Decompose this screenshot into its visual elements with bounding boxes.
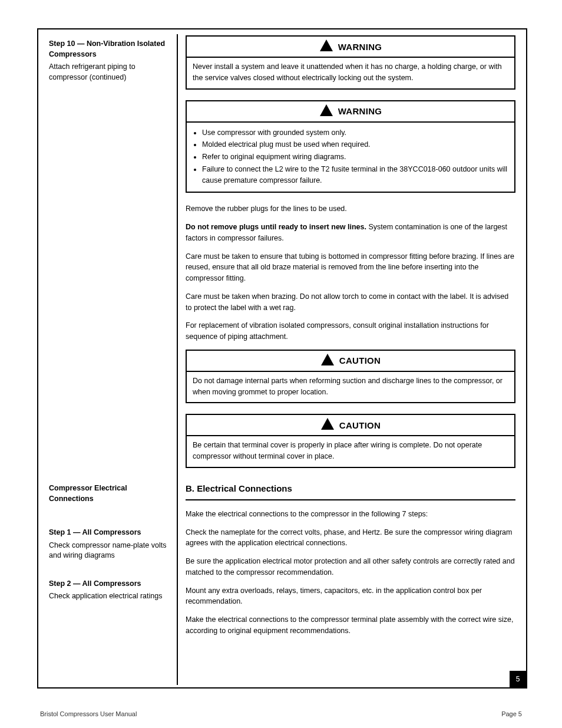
body-b2c: Make the electrical connections to the c… (186, 614, 515, 637)
body-p1: Remove the rubber plugs for the lines to… (186, 203, 515, 215)
svg-marker-0 (320, 39, 333, 51)
body-p5: For replacement of vibration isolated co… (186, 320, 515, 342)
column-divider (177, 34, 178, 685)
left-section-b-header: Compressor Electrical Connections (49, 483, 168, 504)
body-b1: Check the nameplate for the correct volt… (186, 527, 515, 549)
warning-triangle-icon (320, 417, 335, 433)
left-b1-action: Check compressor name-plate volts and wi… (49, 541, 168, 561)
warning-box-1: WARNING Never install a system and leave… (186, 35, 515, 90)
warning-2-title: WARNING (338, 106, 382, 116)
body-p2: Do not remove plugs until ready to inser… (186, 222, 515, 244)
body-p4: Care must be taken when brazing. Do not … (186, 291, 515, 314)
warning-1-body: Never install a system and leave it unat… (187, 58, 514, 88)
warning-triangle-icon (319, 104, 333, 119)
warning-box-2: WARNING Use compressor with grounded sys… (186, 100, 515, 193)
warning-triangle-icon (319, 39, 333, 54)
body-b2b: Mount any extra overloads, relays, timer… (186, 585, 515, 608)
svg-marker-1 (320, 104, 333, 116)
caution-box-4: CAUTION Be certain that terminal cover i… (186, 414, 515, 468)
warning-2-item: Use compressor with grounded system only… (202, 127, 508, 139)
svg-marker-2 (321, 354, 334, 365)
section-b-intro: Make the electrical connections to the c… (186, 509, 515, 520)
body-p3: Care must be taken to ensure that tubing… (186, 251, 515, 284)
warning-triangle-icon (320, 353, 335, 368)
left-b1-group: Step 1 — All Compressors (49, 528, 168, 538)
warning-2-item: Failure to connect the L2 wire to the T2… (202, 164, 508, 186)
page-number-tab: 5 (510, 671, 526, 687)
section-rule (186, 499, 515, 500)
left-b2-group: Step 2 — All Compressors (49, 579, 168, 589)
caution-3-title: CAUTION (339, 355, 381, 365)
left-step-sub: Attach refrigerant piping to compressor … (49, 62, 168, 83)
section-b-title: B. Electrical Connections (186, 483, 515, 493)
footer-right: Page 5 (501, 710, 522, 717)
caution-4-body: Be certain that terminal cover is proper… (187, 436, 514, 467)
body-b2: Be sure the application electrical motor… (186, 556, 515, 578)
warning-2-body: Use compressor with grounded system only… (187, 123, 514, 192)
caution-box-3: CAUTION Do not damage internal parts whe… (186, 350, 515, 404)
footer-left: Bristol Compressors User Manual (40, 710, 137, 717)
left-step-header: Step 10 — Non-Vibration Isolated Compres… (49, 39, 168, 60)
warning-2-item: Refer to original equipment wiring diagr… (202, 151, 508, 163)
svg-marker-3 (321, 418, 334, 430)
warning-1-title: WARNING (338, 42, 382, 52)
caution-4-title: CAUTION (339, 420, 381, 430)
warning-2-item: Molded electrical plug must be used when… (202, 139, 508, 150)
caution-3-body: Do not damage internal parts when reform… (187, 372, 514, 403)
left-b2-action: Check application electrical ratings (49, 591, 168, 602)
